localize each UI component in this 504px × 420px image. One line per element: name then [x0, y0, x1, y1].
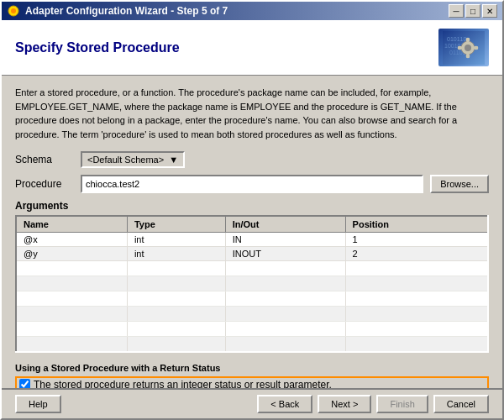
- svg-point-7: [465, 45, 471, 51]
- col-header-type: Type: [127, 216, 225, 233]
- footer: Help < Back Next > Finish Cancel: [2, 388, 502, 418]
- schema-label: Schema: [15, 154, 74, 165]
- title-bar-left: Adapter Configuration Wizard - Step 5 of…: [7, 4, 228, 18]
- browse-button[interactable]: Browse...: [430, 175, 489, 193]
- empty-row: [16, 261, 488, 276]
- wizard-header: Specify Stored Procedure 010110 100101 0…: [2, 20, 502, 76]
- arg-position: 1: [345, 233, 488, 247]
- return-status-section: Using a Stored Procedure with a Return S…: [15, 360, 489, 389]
- next-button[interactable]: Next >: [318, 395, 371, 413]
- table-row: @x int IN 1: [16, 233, 488, 247]
- arg-type: int: [127, 233, 225, 247]
- arg-name: @y: [16, 247, 127, 261]
- cancel-button[interactable]: Cancel: [433, 395, 489, 413]
- empty-row: [16, 291, 488, 307]
- main-content: Enter a stored procedure, or a function.…: [2, 76, 502, 388]
- arg-inout: IN: [225, 233, 345, 247]
- col-header-position: Position: [345, 216, 488, 233]
- svg-point-1: [11, 8, 16, 13]
- arg-inout: INOUT: [225, 247, 345, 261]
- title-bar-text: Adapter Configuration Wizard - Step 5 of…: [25, 5, 228, 17]
- back-button[interactable]: < Back: [257, 395, 312, 413]
- minimize-button[interactable]: ─: [449, 4, 464, 18]
- finish-button: Finish: [376, 395, 428, 413]
- maximize-button[interactable]: □: [465, 4, 480, 18]
- schema-row: Schema <Default Schema> ▼: [15, 151, 489, 168]
- svg-text:010110: 010110: [447, 36, 466, 42]
- empty-row: [16, 307, 488, 322]
- empty-row: [16, 337, 488, 352]
- col-header-name: Name: [16, 216, 127, 233]
- title-bar: Adapter Configuration Wizard - Step 5 of…: [2, 2, 502, 20]
- empty-row: [16, 276, 488, 291]
- col-header-inout: In/Out: [225, 216, 345, 233]
- table-row: @y int INOUT 2: [16, 247, 488, 261]
- checkbox-highlight: The stored procedure returns an integer …: [15, 376, 489, 389]
- wizard-title: Specify Stored Procedure: [15, 40, 180, 55]
- arguments-section-label: Arguments: [15, 200, 489, 212]
- title-bar-controls: ─ □ ✕: [449, 4, 497, 18]
- wizard-window: Adapter Configuration Wizard - Step 5 of…: [0, 0, 504, 420]
- return-status-checkbox[interactable]: [19, 379, 30, 388]
- footer-left: Help: [15, 395, 61, 413]
- wizard-icon: [7, 4, 20, 18]
- help-button[interactable]: Help: [15, 395, 61, 413]
- arg-type: int: [127, 247, 225, 261]
- procedure-input[interactable]: [81, 175, 423, 193]
- arg-position: 2: [345, 247, 488, 261]
- description-text: Enter a stored procedure, or a function.…: [15, 86, 489, 141]
- arg-name: @x: [16, 233, 127, 247]
- dropdown-arrow-icon: ▼: [169, 155, 178, 165]
- return-status-label: The stored procedure returns an integer …: [34, 379, 332, 389]
- gear-icon: 010110 100101 011010: [438, 29, 489, 66]
- procedure-row: Procedure Browse...: [15, 175, 489, 193]
- schema-dropdown[interactable]: <Default Schema> ▼: [81, 151, 185, 168]
- close-button[interactable]: ✕: [482, 4, 497, 18]
- empty-row: [16, 322, 488, 337]
- return-status-title: Using a Stored Procedure with a Return S…: [15, 363, 489, 373]
- procedure-label: Procedure: [15, 178, 74, 190]
- footer-right: < Back Next > Finish Cancel: [257, 395, 489, 413]
- arguments-table: Name Type In/Out Position @x int IN 1 @y…: [15, 215, 489, 353]
